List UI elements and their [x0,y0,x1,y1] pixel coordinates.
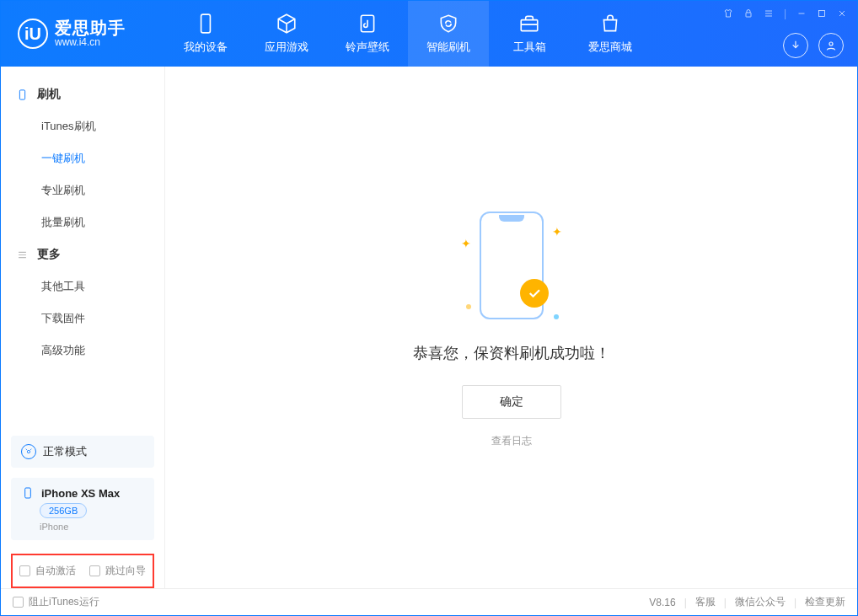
divider: | [684,597,687,608]
sparkle-icon: ✦ [552,225,562,238]
tab-apps[interactable]: 应用游戏 [246,1,327,67]
phone-icon [16,88,29,101]
tab-label: 应用游戏 [265,40,308,55]
support-link[interactable]: 客服 [695,595,716,609]
logo-title: 爱思助手 [55,19,126,37]
svg-rect-0 [201,14,211,33]
sidebar-item-oneclick-flash[interactable]: 一键刷机 [1,142,164,174]
main-content: ✦ ✦ 恭喜您，保资料刷机成功啦！ 确定 查看日志 [165,67,857,588]
phone-outline-icon [480,212,544,319]
svg-rect-2 [521,20,538,31]
tab-label: 我的设备 [184,40,228,55]
svg-rect-4 [819,11,825,17]
sidebar-item-other-tools[interactable]: 其他工具 [1,271,164,303]
tab-toolbox[interactable]: 工具箱 [489,1,570,67]
toolbox-icon [518,13,540,35]
checkbox-block-itunes[interactable]: 阻止iTunes运行 [13,595,99,609]
checkmark-badge-icon [520,279,549,308]
download-button[interactable] [783,33,808,58]
success-illustration: ✦ ✦ [461,206,562,324]
checkbox-skip-guide[interactable]: 跳过向导 [89,564,146,578]
tab-label: 铃声壁纸 [346,40,389,55]
checkbox-label: 阻止iTunes运行 [29,595,99,609]
footer-right: V8.16 | 客服 | 微信公众号 | 检查更新 [649,595,845,609]
music-file-icon [357,13,378,35]
phone-icon [21,486,35,500]
shield-refresh-icon [437,13,459,35]
mode-icon [21,444,36,459]
sidebar-item-itunes-flash[interactable]: iTunes刷机 [1,110,164,142]
device-storage-badge: 256GB [40,503,87,518]
svg-rect-8 [25,488,31,498]
view-log-link[interactable]: 查看日志 [491,434,532,448]
device-card[interactable]: iPhone XS Max 256GB iPhone [11,478,154,540]
sidebar-item-batch-flash[interactable]: 批量刷机 [1,206,164,238]
nav-tabs: 我的设备 应用游戏 铃声壁纸 智能刷机 工具箱 爱思商城 [165,1,651,67]
section-label: 刷机 [37,87,61,102]
cube-icon [276,13,298,35]
body: 刷机 iTunes刷机 一键刷机 专业刷机 批量刷机 更多 其他工具 下载固件 … [1,67,857,588]
logo-icon: iU [18,19,48,49]
sidebar-section-flash: 刷机 [1,78,164,110]
footer: 阻止iTunes运行 V8.16 | 客服 | 微信公众号 | 检查更新 [1,588,857,615]
version-label: V8.16 [649,597,675,608]
checkbox-icon [19,565,30,576]
divider: | [784,8,786,19]
sidebar: 刷机 iTunes刷机 一键刷机 专业刷机 批量刷机 更多 其他工具 下载固件 … [1,67,165,588]
tab-label: 智能刷机 [426,40,470,55]
svg-rect-6 [19,89,24,99]
checkbox-label: 自动激活 [35,564,76,578]
close-button[interactable] [837,8,847,19]
tab-store[interactable]: 爱思商城 [570,1,651,67]
checkbox-icon [89,565,100,576]
logo-subtitle: www.i4.cn [55,37,126,48]
divider: | [794,597,796,608]
tab-ringtones[interactable]: 铃声壁纸 [327,1,408,67]
checkbox-auto-activate[interactable]: 自动激活 [19,564,76,578]
maximize-button[interactable] [817,8,827,19]
app-window: iU 爱思助手 www.i4.cn 我的设备 应用游戏 铃声壁纸 智能刷机 [0,0,858,616]
user-button[interactable] [818,33,844,58]
divider: | [724,597,727,608]
success-message: 恭喜您，保资料刷机成功啦！ [413,343,610,363]
svg-rect-3 [746,13,751,17]
dot-icon [554,314,559,319]
sidebar-section-more: 更多 [1,238,164,271]
check-update-link[interactable]: 检查更新 [805,595,845,609]
tab-my-device[interactable]: 我的设备 [165,1,246,67]
header-right-actions [783,33,844,58]
wechat-link[interactable]: 微信公众号 [735,595,786,609]
header: iU 爱思助手 www.i4.cn 我的设备 应用游戏 铃声壁纸 智能刷机 [1,1,857,67]
tshirt-icon[interactable] [723,8,733,19]
bag-icon [599,13,621,35]
list-icon [16,249,29,261]
tab-label: 爱思商城 [588,40,632,55]
tab-flash[interactable]: 智能刷机 [408,1,489,67]
minimize-button[interactable] [796,8,807,19]
titlebar-controls: | [713,1,857,26]
sidebar-item-pro-flash[interactable]: 专业刷机 [1,174,164,206]
sidebar-item-advanced[interactable]: 高级功能 [1,335,164,367]
logo[interactable]: iU 爱思助手 www.i4.cn [1,19,165,49]
dot-icon [466,304,471,309]
lock-icon[interactable] [743,8,753,19]
section-label: 更多 [37,247,61,262]
menu-icon[interactable] [764,8,774,19]
checkbox-icon [13,597,24,608]
checkbox-label: 跳过向导 [105,564,146,578]
sparkle-icon: ✦ [461,237,471,250]
sidebar-item-download-firmware[interactable]: 下载固件 [1,303,164,335]
ok-button[interactable]: 确定 [462,385,561,419]
device-type: iPhone [40,522,144,532]
mode-card[interactable]: 正常模式 [11,436,154,468]
tab-label: 工具箱 [513,40,546,55]
options-highlighted: 自动激活 跳过向导 [11,554,154,588]
phone-icon [195,13,217,35]
mode-label: 正常模式 [43,444,87,459]
svg-point-7 [27,450,29,453]
svg-point-5 [829,42,833,46]
device-name: iPhone XS Max [41,487,120,500]
